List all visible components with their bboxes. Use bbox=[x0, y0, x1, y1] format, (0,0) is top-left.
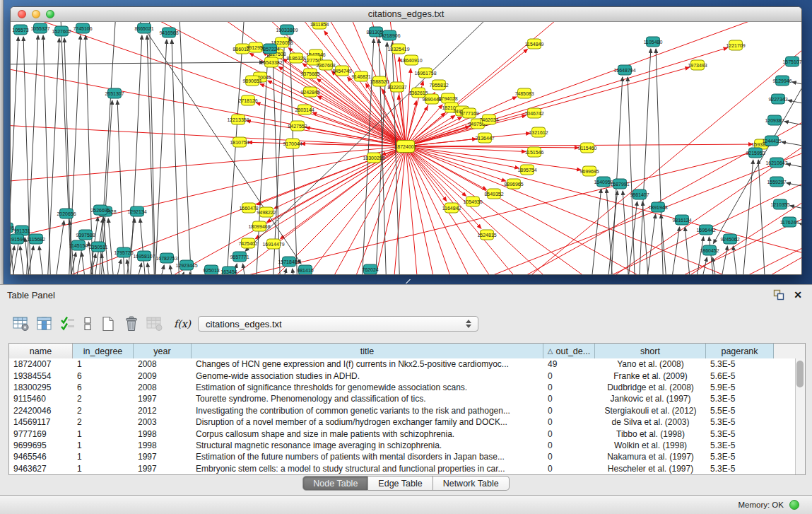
graph-node[interactable]: 7462034 bbox=[482, 115, 496, 125]
table-row[interactable]: 1830029562008Estimation of significance … bbox=[9, 382, 795, 393]
graph-node[interactable]: 9375685 bbox=[303, 69, 317, 79]
table-row[interactable]: 946554611997Estimation of the future num… bbox=[9, 451, 795, 462]
cell-short[interactable]: Tibbo et al. (1998) bbox=[595, 428, 706, 440]
graph-node[interactable]: 16782753 bbox=[160, 253, 174, 264]
float-panel-icon[interactable] bbox=[772, 288, 785, 301]
cell-year[interactable]: 2009 bbox=[134, 370, 192, 382]
graph-node[interactable]: 9245062 bbox=[723, 234, 737, 245]
graph-node[interactable]: 1046742 bbox=[527, 108, 541, 119]
cell-name[interactable]: 9463627 bbox=[9, 463, 73, 474]
cell-name[interactable]: 22420046 bbox=[9, 405, 73, 416]
table-row[interactable]: 1872400712008Changes of HCN gene express… bbox=[9, 358, 795, 370]
cell-out_de[interactable]: 0 bbox=[543, 393, 595, 404]
cell-in_degree[interactable]: 1 bbox=[73, 428, 134, 440]
table-row[interactable]: 969969511998Structural magnetic resonanc… bbox=[9, 440, 795, 451]
scrollbar-thumb[interactable] bbox=[796, 361, 804, 387]
cell-year[interactable]: 1998 bbox=[134, 440, 192, 451]
graph-node[interactable]: 16958107 bbox=[137, 251, 151, 262]
control-panel-edge[interactable] bbox=[0, 0, 4, 284]
graph-node[interactable]: 18300295 bbox=[367, 153, 381, 163]
graph-node[interactable]: 8427552 bbox=[290, 121, 305, 132]
cell-pagerank[interactable]: 5.3E-5 bbox=[706, 416, 774, 428]
graph-node[interactable]: 9657771 bbox=[233, 252, 247, 262]
cell-name[interactable]: 18724007 bbox=[9, 358, 73, 370]
cell-title[interactable]: Embryonic stem cells: a model to study s… bbox=[192, 463, 543, 474]
graph-node[interactable]: 1524815 bbox=[480, 230, 494, 240]
graph-node[interactable]: 18724007 bbox=[396, 140, 415, 153]
cell-pagerank[interactable]: 5.5E-5 bbox=[706, 405, 774, 416]
graph-node[interactable]: 8322037 bbox=[390, 82, 404, 93]
graph-node[interactable]: 1895754 bbox=[520, 165, 534, 175]
graph-node[interactable]: 1860452 bbox=[702, 245, 717, 256]
cell-in_degree[interactable]: 2 bbox=[73, 405, 134, 416]
table-row[interactable]: 911546021997Tourette syndrome. Phenomeno… bbox=[9, 393, 795, 404]
graph-node[interactable]: 9242848 bbox=[303, 87, 317, 98]
graph-node[interactable]: 1055327 bbox=[33, 23, 47, 34]
graph-node[interactable]: 1696442 bbox=[699, 225, 713, 235]
panel-splitter-grip[interactable] bbox=[404, 279, 411, 284]
graph-node[interactable]: 1687991 bbox=[613, 179, 627, 189]
cell-short[interactable]: Franke et al. (2009) bbox=[595, 370, 706, 382]
cell-year[interactable]: 1997 bbox=[134, 463, 192, 474]
graph-node[interactable]: 16648794 bbox=[618, 65, 632, 76]
graph-node[interactable]: 19218906 bbox=[382, 30, 396, 41]
cell-pagerank[interactable]: 5.3E-5 bbox=[706, 393, 774, 404]
graph-node[interactable]: 9699695 bbox=[582, 166, 596, 177]
table-scrollbar[interactable] bbox=[795, 358, 805, 474]
graph-node[interactable]: 12213359 bbox=[231, 115, 245, 125]
graph-node[interactable]: 1154849 bbox=[527, 39, 541, 49]
cell-short[interactable]: Dudbridge et al. (2008) bbox=[595, 382, 706, 393]
graph-node[interactable]: 8896965 bbox=[507, 179, 521, 189]
cell-out_de[interactable]: 0 bbox=[543, 463, 595, 474]
graph-node[interactable]: 1350511 bbox=[91, 242, 105, 252]
cell-year[interactable]: 2003 bbox=[134, 416, 192, 428]
cell-in_degree[interactable]: 2 bbox=[73, 416, 134, 428]
graph-node[interactable]: 1105480 bbox=[646, 37, 660, 47]
cell-title[interactable]: Tourette syndrome. Phenomenology and cla… bbox=[192, 393, 543, 404]
cell-in_degree[interactable]: 2 bbox=[73, 393, 134, 404]
cell-in_degree[interactable]: 1 bbox=[73, 451, 134, 462]
graph-node[interactable]: 925013 bbox=[204, 265, 218, 275]
graph-node[interactable]: 1559297 bbox=[770, 177, 784, 187]
column-header-short[interactable]: short bbox=[595, 344, 706, 358]
cell-out_de[interactable]: 0 bbox=[543, 451, 595, 462]
select-rows-icon[interactable] bbox=[58, 314, 77, 334]
table-row[interactable]: 1456911722003Disruption of a novel membe… bbox=[9, 416, 795, 428]
column-header-name[interactable]: name bbox=[9, 344, 73, 358]
column-header-pagerank[interactable]: pagerank bbox=[706, 344, 774, 358]
graph-node[interactable]: 7745106 bbox=[76, 23, 90, 34]
cell-in_degree[interactable]: 1 bbox=[73, 463, 134, 474]
table-row[interactable]: 977716911998Corpus callosum shape and si… bbox=[9, 428, 795, 439]
graph-node[interactable]: 2136447 bbox=[478, 133, 492, 144]
graph-node[interactable]: 1660478 bbox=[242, 203, 256, 214]
cell-pagerank[interactable]: 5.9E-5 bbox=[706, 382, 774, 393]
graph-node[interactable]: 1164842 bbox=[445, 203, 459, 214]
cell-year[interactable]: 1997 bbox=[134, 393, 192, 404]
graph-node[interactable]: 9129946 bbox=[775, 76, 789, 86]
graph-node[interactable]: 1054930 bbox=[466, 197, 480, 207]
cell-name[interactable]: 9115460 bbox=[9, 393, 73, 404]
table-settings-icon[interactable] bbox=[11, 314, 30, 334]
graph-node[interactable]: 7485083 bbox=[517, 88, 531, 99]
cell-out_de[interactable]: 0 bbox=[543, 370, 595, 382]
cell-short[interactable]: Stergiakouli et al. (2012) bbox=[595, 405, 706, 416]
cell-name[interactable]: 18300295 bbox=[9, 382, 73, 393]
graph-node[interactable]: 1575107 bbox=[785, 57, 799, 67]
table-row[interactable]: 1938455462009Genome-wide association stu… bbox=[9, 370, 795, 381]
delete-table-icon[interactable] bbox=[145, 314, 164, 334]
cell-name[interactable]: 9699695 bbox=[9, 440, 73, 451]
close-window-button[interactable] bbox=[18, 10, 26, 18]
graph-node[interactable]: 1115682 bbox=[29, 234, 43, 245]
graph-node[interactable]: 16914479 bbox=[266, 239, 281, 250]
graph-node[interactable]: 1176244 bbox=[782, 217, 796, 228]
function-builder-icon[interactable]: f(x) bbox=[174, 318, 191, 329]
graph-node[interactable]: 16033809 bbox=[280, 25, 294, 35]
graph-node[interactable]: 163454 bbox=[222, 267, 236, 275]
graph-node[interactable]: 9890651 bbox=[245, 76, 259, 86]
cell-title[interactable]: Estimation of the future numbers of pati… bbox=[192, 451, 543, 462]
column-header-out_de[interactable]: △out_de... bbox=[543, 344, 595, 358]
graph-node[interactable]: 1588520 bbox=[372, 76, 387, 87]
cell-short[interactable]: Jankovic et al. (1997) bbox=[595, 393, 706, 404]
table-select-dropdown[interactable]: citations_edges.txt bbox=[198, 316, 478, 332]
cell-short[interactable]: Hescheler et al. (1997) bbox=[595, 463, 706, 474]
